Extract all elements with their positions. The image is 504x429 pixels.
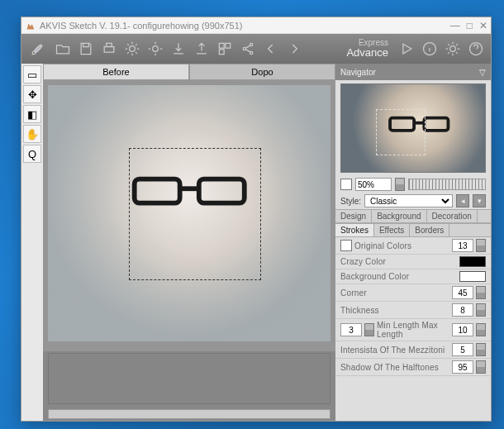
zoom-checkbox[interactable] (340, 179, 352, 190)
move-tool[interactable]: ✥ (23, 85, 41, 103)
style-label: Style: (340, 197, 361, 206)
gear1-icon[interactable] (122, 39, 142, 59)
print-icon[interactable] (99, 39, 119, 59)
zoom-spinner[interactable] (395, 178, 405, 191)
rect-select-tool[interactable]: ▭ (23, 65, 41, 83)
thickness-value[interactable] (452, 303, 473, 317)
svg-point-12 (450, 46, 456, 52)
param-original-colors: Original Colors (335, 237, 491, 255)
zoom-tool[interactable]: Q (23, 145, 41, 163)
param-thickness: Thickness (335, 302, 491, 319)
svg-rect-15 (199, 179, 245, 203)
section-tabs-1: Design Background Decoration (335, 209, 491, 223)
tab-background[interactable]: Background (372, 210, 426, 222)
mode-label[interactable]: Express Advance (346, 38, 388, 59)
navigator-preview[interactable] (340, 83, 486, 173)
settings-icon[interactable] (443, 39, 463, 59)
original-colors-value[interactable] (452, 239, 473, 252)
navigator-viewport[interactable] (376, 109, 426, 155)
tab-before[interactable]: Before (43, 64, 189, 80)
param-mezzitoni: Intensista Of The Mezzitoni (335, 341, 491, 359)
save-icon[interactable] (76, 39, 96, 59)
style-prev-button[interactable]: ◂ (456, 194, 469, 207)
share-icon[interactable] (238, 39, 258, 59)
max-length-spinner[interactable] (476, 323, 486, 336)
main-toolbar: Express Advance (21, 34, 491, 64)
zoom-value[interactable] (355, 178, 392, 191)
max-length-value[interactable] (452, 323, 473, 336)
thickness-spinner[interactable] (476, 303, 486, 317)
navigator-collapse-icon[interactable]: ▽ (479, 68, 486, 77)
original-colors-spinner[interactable] (476, 239, 486, 252)
svg-point-3 (130, 46, 136, 52)
tab-after[interactable]: Dopo (189, 64, 335, 80)
navigator-header: Navigator ▽ (335, 64, 491, 80)
corner-value[interactable] (452, 286, 473, 299)
style-row: Style: Classic ◂ ▾ (335, 193, 491, 209)
open-icon[interactable] (53, 39, 73, 59)
tab-borders[interactable]: Borders (410, 224, 449, 236)
window-title: AKVIS Sketch V. 19.1- configurehowing (9… (40, 21, 450, 31)
tab-strokes[interactable]: Strokes (335, 224, 374, 236)
svg-rect-7 (219, 50, 224, 55)
style-next-button[interactable]: ▾ (473, 194, 486, 207)
shadow-spinner[interactable] (476, 360, 486, 374)
maximize-button[interactable]: □ (467, 20, 473, 31)
glasses-shape (127, 172, 251, 207)
tab-design[interactable]: Design (335, 210, 372, 222)
export-icon[interactable] (169, 39, 188, 59)
param-shadow-halftones: Shadow Of The Halftones (335, 359, 491, 376)
corner-spinner[interactable] (476, 286, 486, 299)
svg-rect-14 (134, 179, 179, 203)
thumbnail-strip[interactable] (48, 353, 330, 404)
photo-image (48, 85, 330, 341)
svg-rect-17 (424, 118, 448, 131)
tab-effects[interactable]: Effects (374, 224, 410, 236)
main-area: ▭ ✥ ◧ ✋ Q Before Dopo (21, 64, 491, 421)
shadow-value[interactable] (452, 360, 473, 374)
tab-decoration[interactable]: Decoration (427, 210, 478, 222)
app-window: AKVIS Sketch V. 19.1- configurehowing (9… (21, 17, 492, 422)
close-button[interactable]: ✕ (479, 20, 487, 31)
redo-icon[interactable] (284, 39, 304, 59)
background-color-swatch[interactable] (459, 271, 486, 282)
undo-icon[interactable] (261, 39, 281, 59)
import-icon[interactable] (192, 39, 212, 59)
min-length-value[interactable] (340, 323, 362, 336)
min-length-spinner[interactable] (364, 323, 374, 336)
info-icon[interactable] (420, 39, 440, 59)
style-combo[interactable]: Classic (364, 194, 453, 207)
canvas[interactable] (48, 85, 330, 341)
run-icon[interactable] (397, 39, 416, 59)
param-background-color: Background Color (335, 269, 491, 284)
brush-icon[interactable] (26, 39, 50, 59)
thumbnail-scrollbar[interactable] (48, 409, 330, 419)
param-crazy-color: Crazy Color (335, 255, 491, 269)
gear2-icon[interactable] (145, 39, 165, 59)
svg-point-0 (32, 51, 35, 54)
minimize-button[interactable]: — (450, 20, 460, 31)
right-panel: Navigator ▽ Style: Classic ◂ ▾ (335, 64, 491, 421)
mezzitoni-spinner[interactable] (476, 343, 486, 356)
eraser-tool[interactable]: ◧ (23, 105, 41, 123)
zoom-row (335, 176, 491, 193)
section-tabs-2: Strokes Effects Borders (335, 223, 491, 237)
svg-rect-6 (226, 43, 231, 48)
titlebar: AKVIS Sketch V. 19.1- configurehowing (9… (21, 17, 491, 34)
canvas-frame (43, 80, 335, 351)
param-corner: Corner (335, 284, 491, 302)
svg-point-8 (243, 47, 245, 50)
app-icon (25, 20, 36, 31)
zoom-slider[interactable] (408, 179, 486, 190)
hand-tool[interactable]: ✋ (23, 125, 41, 143)
param-min-max-length: Min Length Max Length (335, 319, 491, 341)
crazy-color-swatch[interactable] (459, 256, 486, 267)
svg-point-4 (153, 46, 159, 52)
original-colors-checkbox[interactable] (340, 240, 352, 251)
left-toolbar: ▭ ✥ ◧ ✋ Q (21, 64, 43, 421)
svg-rect-1 (104, 47, 114, 53)
help-icon[interactable] (466, 39, 486, 59)
batch-icon[interactable] (215, 39, 235, 59)
svg-rect-2 (107, 43, 112, 46)
mezzitoni-value[interactable] (452, 343, 473, 356)
